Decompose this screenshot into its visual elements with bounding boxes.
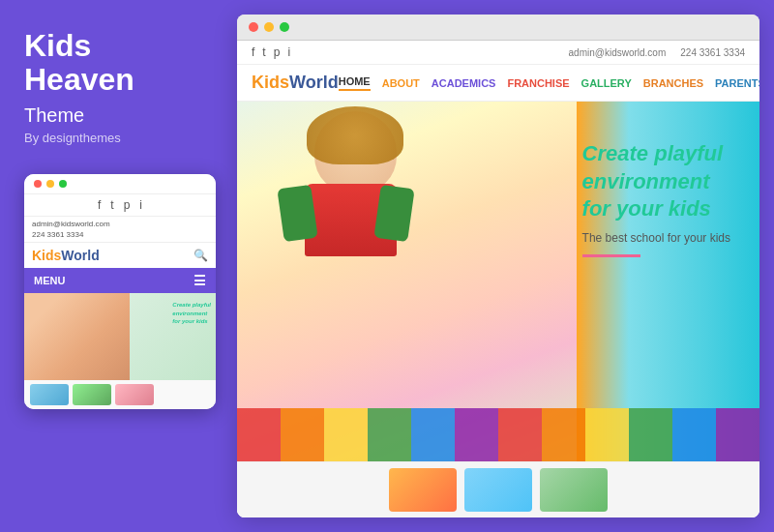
browser-dot-red <box>249 22 258 32</box>
mobile-thumb-2 <box>73 384 111 405</box>
block-8 <box>542 408 585 461</box>
dot-green <box>59 180 67 188</box>
hero-line2: environment <box>582 169 710 193</box>
logo-world: World <box>61 248 99 263</box>
site-email: admin@kidsworld.com <box>569 47 667 58</box>
instagram-icon: i <box>139 198 142 212</box>
site-social-icons: f t p i <box>252 45 290 59</box>
block-7 <box>498 408 542 461</box>
mobile-logo: KidsWorld <box>32 248 100 263</box>
left-panel: KidsHeaven Theme By designthemes f t p i… <box>0 0 237 532</box>
desktop-browser: f t p i admin@kidsworld.com 224 3361 333… <box>237 15 759 517</box>
block-10 <box>629 408 672 461</box>
browser-dot-green <box>280 22 289 32</box>
mobile-hero-text: Create playfulenvironmentfor your kids <box>172 301 211 325</box>
block-1 <box>237 408 281 461</box>
hero-divider-line <box>582 254 640 257</box>
hero-subtext: The best school for your kids <box>582 231 730 245</box>
nav-branches[interactable]: BRANCHES <box>643 77 703 89</box>
mobile-thumb-3 <box>115 384 154 405</box>
twitter-icon: t <box>110 198 113 212</box>
nav-gallery[interactable]: GALLERY <box>581 77 632 89</box>
block-5 <box>411 408 455 461</box>
block-3 <box>324 408 368 461</box>
hero-line1: Create playful <box>582 141 724 165</box>
nav-home[interactable]: HOME <box>339 75 371 91</box>
nav-franchise[interactable]: FRANCHISE <box>507 77 569 89</box>
hero-text-overlay: Create playful environment for your kids… <box>582 140 730 257</box>
mobile-menu-label: MENU <box>34 275 65 286</box>
site-nav: HOME ABOUT ACADEMICS FRANCHISE GALLERY B… <box>339 75 759 91</box>
site-twitter-icon[interactable]: t <box>262 45 265 59</box>
site-topbar: f t p i admin@kidsworld.com 224 3361 333… <box>237 41 759 65</box>
mobile-logo-row: KidsWorld 🔍 <box>24 243 216 268</box>
hamburger-icon[interactable]: ☰ <box>194 273 206 288</box>
block-9 <box>585 408 629 461</box>
block-12 <box>716 408 759 461</box>
mobile-chrome-dots <box>24 174 216 194</box>
facebook-icon: f <box>98 198 101 212</box>
thumbnail-2[interactable] <box>464 468 532 512</box>
mobile-email: admin@kidsworld.com <box>32 220 208 228</box>
site-logo: KidsWorld <box>252 73 339 93</box>
mobile-thumbnails <box>24 380 216 409</box>
child-right-arm <box>373 185 414 242</box>
block-2 <box>281 408 324 461</box>
mobile-contact-bar: admin@kidsworld.com 224 3361 3334 <box>24 217 216 243</box>
site-thumbnails <box>237 461 759 517</box>
thumbnail-1[interactable] <box>389 468 457 512</box>
child-left-arm <box>277 185 317 242</box>
mobile-menu-bar[interactable]: MENU ☰ <box>24 268 216 293</box>
browser-dot-yellow <box>264 22 274 32</box>
logo-world-text: World <box>289 73 339 92</box>
mobile-search-icon[interactable]: 🔍 <box>194 249 208 262</box>
child-hair <box>307 106 403 164</box>
hero-blocks <box>237 408 759 461</box>
thumbnail-3[interactable] <box>540 468 608 512</box>
mobile-preview: f t p i admin@kidsworld.com 224 3361 333… <box>24 174 216 409</box>
mobile-social-bar: f t p i <box>24 194 216 217</box>
hero-headline: Create playful environment for your kids <box>582 140 730 223</box>
dot-red <box>34 180 42 188</box>
block-6 <box>455 408 498 461</box>
nav-parents[interactable]: PARENTS <box>715 77 759 89</box>
theme-subtitle: Theme <box>24 104 213 127</box>
site-instagram-icon[interactable]: i <box>287 45 290 59</box>
site-hero: Create playful environment for your kids… <box>237 102 759 461</box>
nav-academics[interactable]: ACADEMICS <box>432 77 496 89</box>
site-phone: 224 3361 3334 <box>680 47 745 58</box>
mobile-hero: Create playfulenvironmentfor your kids <box>24 293 216 380</box>
site-navbar: KidsWorld HOME ABOUT ACADEMICS FRANCHISE… <box>237 65 759 102</box>
site-facebook-icon[interactable]: f <box>252 45 254 59</box>
browser-chrome <box>237 15 759 41</box>
mobile-hero-child-area <box>24 293 130 380</box>
site-contact-info: admin@kidsworld.com 224 3361 3334 <box>569 47 745 58</box>
pinterest-icon: p <box>124 198 131 212</box>
nav-about[interactable]: ABOUT <box>382 77 420 89</box>
browser-content: f t p i admin@kidsworld.com 224 3361 333… <box>237 41 759 517</box>
mobile-thumb-1 <box>30 384 69 405</box>
hero-line3: for your kids <box>582 196 711 221</box>
logo-kids-text: Kids <box>252 73 289 92</box>
mobile-phone: 224 3361 3334 <box>32 230 208 239</box>
block-4 <box>368 408 411 461</box>
theme-author: By designthemes <box>24 131 213 145</box>
site-pinterest-icon[interactable]: p <box>274 45 281 59</box>
dot-yellow <box>46 180 54 188</box>
hero-background: Create playful environment for your kids… <box>237 102 759 461</box>
block-11 <box>672 408 716 461</box>
logo-kids: Kids <box>32 248 61 263</box>
theme-title: KidsHeaven <box>24 29 213 97</box>
